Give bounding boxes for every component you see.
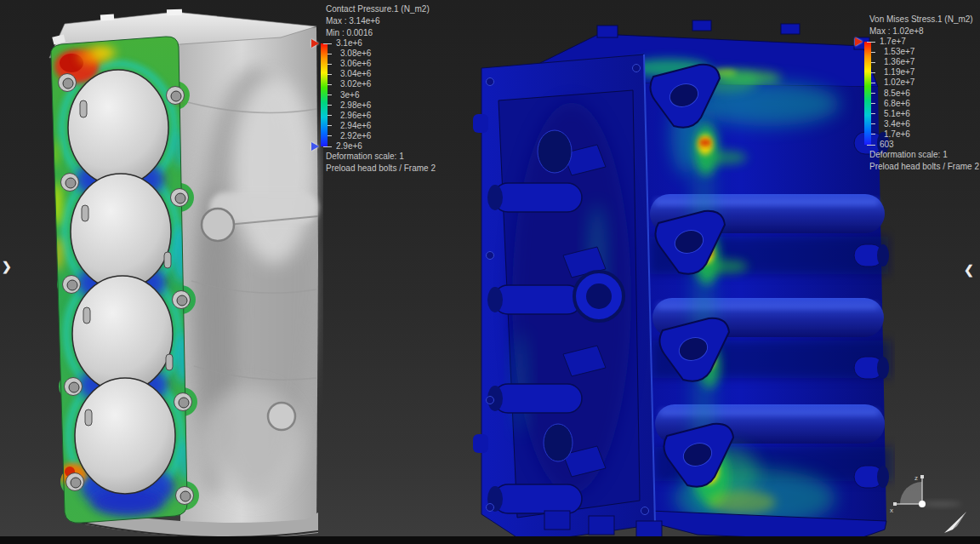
expand-left-panel-icon[interactable]: ❯: [2, 259, 12, 274]
colorbar: [864, 42, 871, 145]
colorbar-wrap: 3.1e+6 3.08e+6 3.06e+6 3.04e+6 3.02e+6 3…: [321, 43, 399, 146]
colorbar: [321, 43, 328, 146]
side-boss-hole: [268, 403, 295, 430]
tick-dash: [871, 93, 875, 94]
colorbar-top-marker[interactable]: [311, 39, 319, 48]
tick-dash: [323, 146, 332, 147]
cursor-arrow: [943, 511, 970, 536]
tick-dash: [871, 52, 875, 53]
expand-right-panel-icon[interactable]: ❮: [964, 262, 974, 278]
tick-dash: [328, 64, 332, 65]
colorbar-wrap: 1.7e+7 1.53e+7 1.36e+7 1.19e+7 1.02e+7 8…: [864, 42, 943, 145]
tick-dash: [328, 54, 332, 54]
tick-dash: [323, 43, 332, 44]
legend-max: Max : 3.14e+6: [326, 15, 436, 27]
bottom-bar: [0, 536, 980, 544]
tick-dash: [328, 94, 332, 95]
tick-dash: [328, 105, 332, 106]
frame-label: Preload head bolts / Frame 2: [326, 163, 436, 175]
front-panel: [473, 54, 662, 543]
tick-dash: [328, 74, 332, 75]
legend-title: Von Mises Stress.1 (N_m2): [869, 14, 979, 26]
tick-dash: [871, 83, 875, 83]
triad-z-label: z: [914, 474, 918, 482]
model-engine-block-von-mises[interactable]: [470, 0, 895, 544]
tick-dash: [328, 84, 332, 85]
colorbar-tick: 2.9e+6: [328, 140, 362, 152]
tick-dash: [871, 123, 875, 124]
triad-arc: [900, 482, 922, 504]
triad-origin: [919, 501, 926, 507]
tick-dash: [328, 115, 332, 116]
colorbar-tick: 603: [871, 139, 894, 151]
engine-block-gray[interactable]: [34, 9, 318, 538]
tick-dash: [328, 135, 332, 136]
model-engine-block-contact-pressure[interactable]: [0, 0, 323, 544]
legend-von-mises: Von Mises Stress.1 (N_m2) Max : 1.02e+8 …: [869, 14, 979, 173]
frame-label: Preload head bolts / Frame 2: [869, 161, 979, 173]
triad-x-label: x: [890, 507, 893, 514]
deformation-scale-label: Deformation scale: 1: [326, 151, 436, 163]
tick-dash: [871, 134, 875, 135]
tick-dash: [871, 62, 875, 63]
tick-dash: [867, 145, 875, 146]
legend-title: Contact Pressure.1 (N_m2): [326, 3, 436, 15]
tick-label: 2.9e+6: [336, 140, 362, 152]
tick-dash: [328, 125, 332, 126]
engine-block-blue[interactable]: [473, 20, 893, 543]
tick-dash: [871, 113, 875, 114]
tick-dash: [871, 103, 875, 104]
legend-contact-pressure: Contact Pressure.1 (N_m2) Max : 3.14e+6 …: [326, 3, 436, 175]
colorbar-top-marker[interactable]: [855, 37, 863, 46]
tick-label: 603: [880, 139, 894, 151]
deformation-scale-label: Deformation scale: 1: [869, 149, 979, 161]
side-boss-hole: [202, 209, 234, 241]
tick-dash: [867, 42, 875, 43]
viewport-3d[interactable]: Contact Pressure.1 (N_m2) Max : 3.14e+6 …: [0, 0, 980, 544]
colorbar-bottom-marker[interactable]: [311, 142, 319, 151]
tick-dash: [871, 72, 875, 73]
